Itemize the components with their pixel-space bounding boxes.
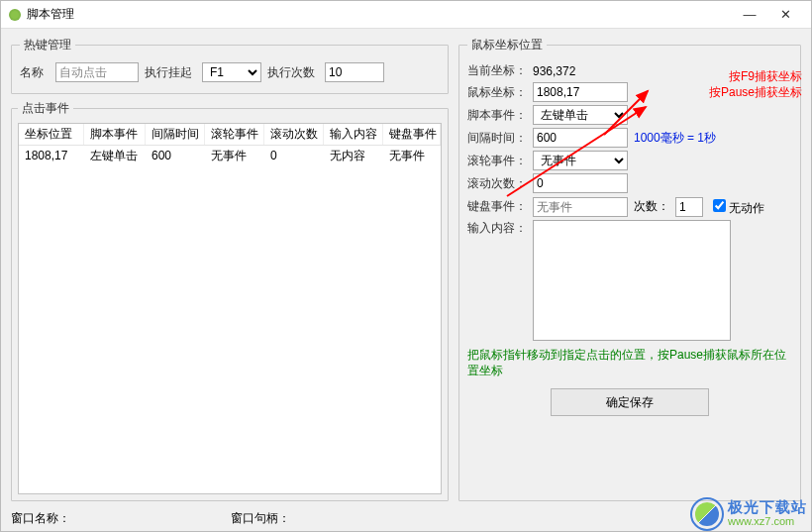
table-row[interactable]: 1808,17 左键单击 600 无事件 0 无内容 无事件 <box>19 146 441 165</box>
hint-pause: 按Pause捕获坐标 <box>709 85 802 99</box>
winhandle-label: 窗口句柄： <box>231 510 290 527</box>
col-evt[interactable]: 脚本事件 <box>84 124 146 145</box>
pos-label: 鼠标坐标： <box>467 84 527 101</box>
noaction-checkbox-wrap[interactable]: 无动作 <box>709 196 764 217</box>
watermark-url: www.xz7.com <box>728 514 807 528</box>
col-pos[interactable]: 坐标位置 <box>19 124 84 145</box>
click-events-legend: 点击事件 <box>18 100 73 117</box>
col-interval[interactable]: 间隔时间 <box>146 124 205 145</box>
right-pane: 鼠标坐标位置 当前坐标： 936,372 鼠标坐标： 脚本事件： 左键单击 间隔… <box>458 37 801 501</box>
pos-input[interactable] <box>533 82 628 102</box>
cell: 600 <box>146 147 205 164</box>
cell: 无事件 <box>205 146 264 166</box>
suspend-select[interactable]: F1 <box>202 62 261 82</box>
hotkey-group: 热键管理 名称 执行挂起 F1 执行次数 <box>11 37 449 94</box>
scroll-times-input[interactable] <box>533 173 628 193</box>
scroll-times-label: 滚动次数： <box>467 175 527 192</box>
titlebar: 脚本管理 — ✕ <box>1 1 811 29</box>
cell: 1808,17 <box>19 147 84 164</box>
noaction-label: 无动作 <box>729 201 764 215</box>
window-title: 脚本管理 <box>27 6 732 23</box>
script-evt-label: 脚本事件： <box>467 107 527 124</box>
input-content-label: 输入内容： <box>467 220 527 237</box>
name-label: 名称 <box>20 64 50 81</box>
save-button[interactable]: 确定保存 <box>551 388 709 416</box>
script-evt-select[interactable]: 左键单击 <box>533 105 628 125</box>
keyboard-label: 键盘事件： <box>467 198 527 215</box>
mouse-group: 鼠标坐标位置 当前坐标： 936,372 鼠标坐标： 脚本事件： 左键单击 间隔… <box>458 37 801 501</box>
current-label: 当前坐标： <box>467 62 527 79</box>
wheel-evt-select[interactable]: 无事件 <box>533 151 628 170</box>
col-scroll[interactable]: 滚动次数 <box>264 124 324 145</box>
input-content-textarea[interactable] <box>533 220 731 341</box>
times-input[interactable] <box>325 62 384 82</box>
table-body: 1808,17 左键单击 600 无事件 0 无内容 无事件 <box>19 146 441 493</box>
watermark-cn: 极光下载站 <box>728 500 807 514</box>
minimize-button[interactable]: — <box>732 4 767 26</box>
cell: 无内容 <box>324 146 383 166</box>
app-icon <box>9 9 21 21</box>
interval-input[interactable] <box>533 128 628 148</box>
left-pane: 热键管理 名称 执行挂起 F1 执行次数 点击事件 坐标位置 脚本事件 间隔时间 <box>11 37 449 501</box>
wheel-evt-label: 滚轮事件： <box>467 153 527 169</box>
suspend-label: 执行挂起 <box>145 64 196 81</box>
body: 热键管理 名称 执行挂起 F1 执行次数 点击事件 坐标位置 脚本事件 间隔时间 <box>1 29 811 509</box>
watermark: 极光下载站 www.xz7.com <box>690 497 807 531</box>
tip-text: 把鼠标指针移动到指定点击的位置，按Pause捕获鼠标所在位置坐标 <box>467 347 792 378</box>
col-input[interactable]: 输入内容 <box>324 124 383 145</box>
cell: 左键单击 <box>84 146 146 166</box>
mouse-legend: 鼠标坐标位置 <box>467 37 547 53</box>
events-table: 坐标位置 脚本事件 间隔时间 滚轮事件 滚动次数 输入内容 键盘事件 1808,… <box>18 123 442 494</box>
cell: 无事件 <box>383 146 441 166</box>
keyboard-times-label: 次数： <box>634 198 669 215</box>
hotkey-legend: 热键管理 <box>20 37 75 53</box>
keyboard-times-input[interactable] <box>675 197 703 217</box>
current-value: 936,372 <box>533 64 575 78</box>
winname-label: 窗口名称： <box>11 510 70 527</box>
click-events-group: 点击事件 坐标位置 脚本事件 间隔时间 滚轮事件 滚动次数 输入内容 键盘事件 … <box>11 100 449 501</box>
interval-hint: 1000毫秒 = 1秒 <box>634 130 716 147</box>
app-window: 脚本管理 — ✕ 热键管理 名称 执行挂起 F1 执行次数 点击事件 <box>0 0 812 532</box>
name-input[interactable] <box>55 62 139 82</box>
noaction-checkbox[interactable] <box>713 199 726 212</box>
interval-label: 间隔时间： <box>467 130 527 147</box>
cell: 0 <box>264 147 324 164</box>
footer: 窗口名称： 窗口句柄： <box>11 510 290 527</box>
table-header: 坐标位置 脚本事件 间隔时间 滚轮事件 滚动次数 输入内容 键盘事件 <box>19 124 441 146</box>
col-key[interactable]: 键盘事件 <box>383 124 441 145</box>
watermark-logo-icon <box>690 497 724 531</box>
close-button[interactable]: ✕ <box>767 4 803 26</box>
col-wheel[interactable]: 滚轮事件 <box>205 124 264 145</box>
hint-f9: 按F9捕获坐标 <box>729 69 802 83</box>
keyboard-input[interactable] <box>533 197 628 217</box>
times-label: 执行次数 <box>267 64 319 81</box>
